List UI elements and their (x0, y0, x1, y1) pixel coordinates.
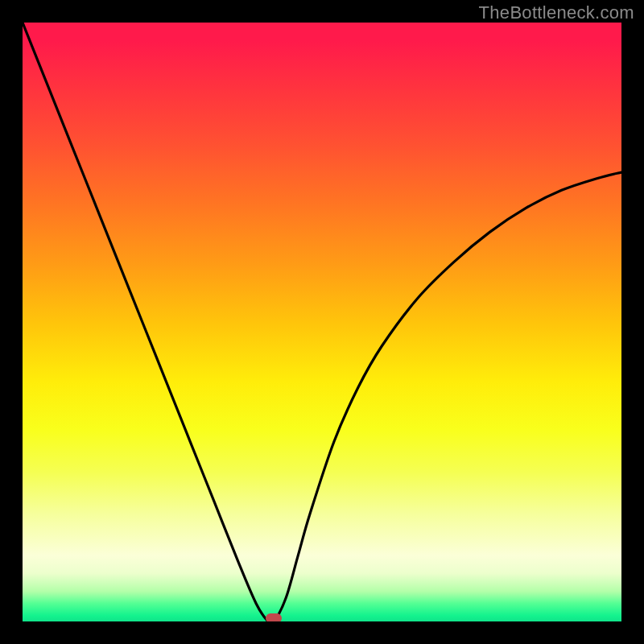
optimal-point-marker (266, 613, 282, 621)
outer-frame: TheBottleneck.com (0, 0, 644, 644)
watermark-text: TheBottleneck.com (479, 2, 634, 23)
curve-layer (23, 23, 621, 621)
plot-area (23, 23, 621, 621)
bottleneck-curve (23, 23, 621, 621)
